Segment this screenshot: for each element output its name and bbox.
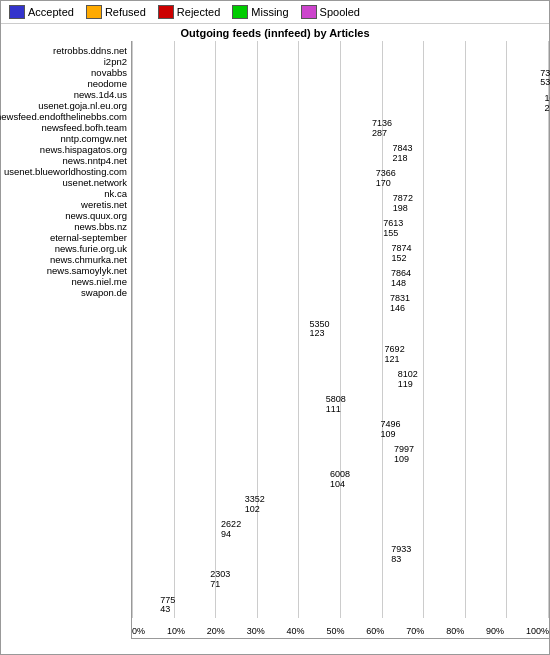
bar-value-label: 7831146 — [388, 294, 410, 314]
bar-row: 73215327 — [132, 66, 549, 91]
bar-value-label: 7136287 — [370, 119, 392, 139]
accepted-legend-color — [9, 5, 25, 19]
y-label: news.chmurka.net — [1, 254, 131, 265]
y-label: news.quux.org — [1, 210, 131, 221]
legend-item-refused: Refused — [86, 5, 146, 19]
refused-legend-label: Refused — [105, 6, 146, 18]
y-label: news.bbs.nz — [1, 221, 131, 232]
bar-row: 7613155 — [132, 217, 549, 242]
y-label: news.niel.me — [1, 276, 131, 287]
spooled-legend-label: Spooled — [320, 6, 360, 18]
y-label: news.hispagatos.org — [1, 144, 131, 155]
y-label: news.furie.org.uk — [1, 243, 131, 254]
y-label: news.samoylyk.net — [1, 265, 131, 276]
legend-item-accepted: Accepted — [9, 5, 74, 19]
bar-value-label: 7496109 — [379, 420, 401, 440]
rejected-legend-color — [158, 5, 174, 19]
bar-row: 262294 — [132, 518, 549, 543]
x-label: 30% — [247, 626, 265, 636]
y-label: news.nntp4.net — [1, 155, 131, 166]
bar-value-label: 7843218 — [391, 144, 413, 164]
bar-row: 7831146 — [132, 292, 549, 317]
y-label: weretis.net — [1, 199, 131, 210]
x-label: 20% — [207, 626, 225, 636]
bar-value-label: 230371 — [208, 570, 230, 590]
bar-value-label: 793383 — [389, 545, 411, 565]
bar-row: 7843218 — [132, 141, 549, 166]
x-label: 10% — [167, 626, 185, 636]
bar-row: 230371 — [132, 568, 549, 593]
legend-item-rejected: Rejected — [158, 5, 220, 19]
rejected-legend-label: Rejected — [177, 6, 220, 18]
y-label: news.1d4.us — [1, 89, 131, 100]
y-label: usenet.network — [1, 177, 131, 188]
x-label: 90% — [486, 626, 504, 636]
x-label: 0% — [132, 626, 145, 636]
chart-title: Outgoing feeds (innfeed) by Articles — [1, 24, 549, 41]
y-label: newsfeed.endofthelinebbs.com — [1, 111, 131, 122]
bar-value-label: 262294 — [219, 520, 241, 540]
accepted-legend-label: Accepted — [28, 6, 74, 18]
bar-row: 77477521 — [132, 41, 549, 66]
missing-legend-label: Missing — [251, 6, 288, 18]
missing-legend-color — [232, 5, 248, 19]
bar-value-label: 6008104 — [328, 470, 350, 490]
bar-row: 7997109 — [132, 443, 549, 468]
bar-row: 5808111 — [132, 392, 549, 417]
chart-container: AcceptedRefusedRejectedMissingSpooled Ou… — [0, 0, 550, 655]
bar-value-label: 5808111 — [324, 395, 346, 415]
bar-value-label: 5350123 — [308, 320, 330, 340]
bar-row: 5350123 — [132, 317, 549, 342]
bar-row: 6008104 — [132, 468, 549, 493]
bars-area: 7747752173215327103542261713628778432187… — [131, 41, 549, 639]
spooled-legend-color — [301, 5, 317, 19]
x-label: 50% — [326, 626, 344, 636]
bar-row: 3352102 — [132, 493, 549, 518]
y-label: eternal-september — [1, 232, 131, 243]
bar-value-label: 73215327 — [538, 69, 550, 89]
legend: AcceptedRefusedRejectedMissingSpooled — [1, 1, 549, 24]
chart-area: retrobbs.ddns.neti2pn2novabbsneodomenews… — [1, 41, 549, 639]
y-label: newsfeed.bofh.team — [1, 122, 131, 133]
x-label: 40% — [287, 626, 305, 636]
bar-row: 7874152 — [132, 242, 549, 267]
y-label: swapon.de — [1, 287, 131, 298]
y-labels: retrobbs.ddns.neti2pn2novabbsneodomenews… — [1, 41, 131, 639]
bar-value-label: 7613155 — [381, 219, 403, 239]
bar-row: 103542261 — [132, 91, 549, 116]
y-label: nk.ca — [1, 188, 131, 199]
bar-row: 77543 — [132, 593, 549, 618]
bar-row: 8102119 — [132, 367, 549, 392]
bar-row: 7496109 — [132, 417, 549, 442]
y-label: i2pn2 — [1, 56, 131, 67]
bar-value-label: 7997109 — [392, 445, 414, 465]
x-label: 70% — [406, 626, 424, 636]
bar-value-label: 7864148 — [389, 269, 411, 289]
bar-row: 7872198 — [132, 192, 549, 217]
bars-wrapper: 7747752173215327103542261713628778432187… — [132, 41, 549, 618]
bar-row: 793383 — [132, 543, 549, 568]
x-label: 100% — [526, 626, 549, 636]
bar-row: 7366170 — [132, 166, 549, 191]
bar-value-label: 77543 — [158, 596, 175, 616]
x-label: 80% — [446, 626, 464, 636]
x-label: 60% — [366, 626, 384, 636]
refused-legend-color — [86, 5, 102, 19]
y-label: nntp.comgw.net — [1, 133, 131, 144]
bar-value-label: 7366170 — [374, 169, 396, 189]
y-label: novabbs — [1, 67, 131, 78]
bar-row: 7692121 — [132, 342, 549, 367]
bar-row: 7136287 — [132, 116, 549, 141]
bar-value-label: 103542261 — [542, 94, 550, 114]
bar-value-label: 8102119 — [396, 370, 418, 390]
bar-value-label: 7872198 — [391, 194, 413, 214]
y-label: retrobbs.ddns.net — [1, 45, 131, 56]
y-label: usenet.goja.nl.eu.org — [1, 100, 131, 111]
bar-value-label: 7874152 — [389, 244, 411, 264]
bar-value-label: 7692121 — [383, 345, 405, 365]
bar-value-label: 3352102 — [243, 495, 265, 515]
legend-item-spooled: Spooled — [301, 5, 360, 19]
y-label: neodome — [1, 78, 131, 89]
bar-row: 7864148 — [132, 267, 549, 292]
legend-item-missing: Missing — [232, 5, 288, 19]
